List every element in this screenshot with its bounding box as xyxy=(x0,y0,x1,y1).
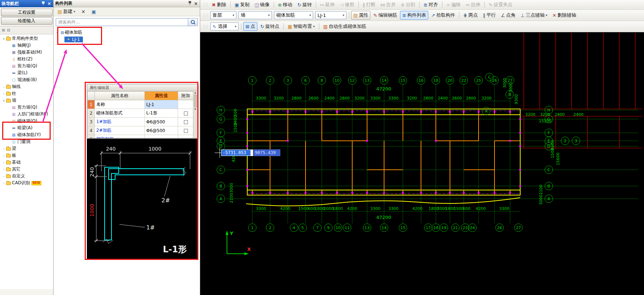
collapse-all-icon[interactable]: ⊟ xyxy=(7,28,10,33)
pin-icon[interactable] xyxy=(187,1,192,6)
component-list-button[interactable]: ≣构件列表 xyxy=(400,11,428,20)
tree-item-剪力墙(Q)[interactable]: ▤剪力墙(Q) xyxy=(0,63,53,69)
toolbar-drag-handle[interactable]: ⋮⋮ xyxy=(202,3,208,7)
tree-item-剪力墙(Q)[interactable]: ▤剪力墙(Q) xyxy=(0,104,53,111)
tree-item-人防门框墙(RF)[interactable]: ▥人防门框墙(RF) xyxy=(0,111,53,118)
set-grips-button[interactable]: ✎设置夹点 xyxy=(487,0,515,9)
drawing-canvas[interactable]: 1236810121314151618202225262712457910111… xyxy=(200,32,644,295)
tree-item-筏板基础(M)[interactable]: ▩筏板基础(M) xyxy=(0,49,53,56)
attach-header[interactable]: 附加 xyxy=(178,92,194,100)
smart-layout-button[interactable]: ▦智能布置▾ xyxy=(286,22,317,31)
drawing-input-button[interactable]: 绘图输入 xyxy=(1,17,52,25)
break-button[interactable]: ∦打断 xyxy=(361,0,378,9)
property-value[interactable]: L-1形 xyxy=(145,109,178,118)
tree-item-梁(L)[interactable]: ▬梁(L) xyxy=(0,69,53,76)
offset-button[interactable]: ≍偏移 xyxy=(444,0,463,9)
split-button[interactable]: ⋔分割 xyxy=(399,0,417,9)
tree-item-框柱(Z)[interactable]: ▯框柱(Z) xyxy=(0,56,53,63)
expand-toggle[interactable]: › xyxy=(1,161,6,164)
properties-button[interactable]: ▤属性 xyxy=(351,11,370,20)
scrollbar[interactable]: ▲▼ xyxy=(193,91,197,138)
scroll-thumb[interactable] xyxy=(194,95,197,107)
property-row-5[interactable]: 5其它加筋 xyxy=(88,135,194,139)
collapse-toggle[interactable]: ∨ xyxy=(1,99,6,102)
scroll-up-icon[interactable]: ▲ xyxy=(194,91,196,94)
component-group-row[interactable]: ∨ ▨ 砌体加筋 xyxy=(55,29,198,36)
point-angle-button[interactable]: ∠点角 xyxy=(498,11,518,20)
align-button[interactable]: ≣对齐 xyxy=(421,0,440,9)
extend-button[interactable]: ↦延伸 xyxy=(318,0,337,9)
component-item-row[interactable]: ✦ LJ-1 xyxy=(55,36,198,43)
component-item-selected[interactable]: ✦ LJ-1 xyxy=(64,37,83,42)
mirror-button[interactable]: ◫镜像 xyxy=(252,0,272,9)
trim-button[interactable]: ⊣修剪 xyxy=(337,0,356,9)
expand-toggle[interactable]: › xyxy=(1,181,6,185)
tree-item-砌体墙(Q)[interactable]: ▤砌体墙(Q) xyxy=(0,118,53,125)
rotate-point-button[interactable]: ↻旋转点 xyxy=(258,22,282,31)
expand-toggle[interactable]: › xyxy=(1,154,6,157)
property-name-header[interactable]: 属性名称 xyxy=(95,92,145,100)
expand-toggle[interactable]: › xyxy=(1,92,6,96)
attach-checkbox[interactable] xyxy=(184,129,188,133)
property-row-2[interactable]: 2砌体加筋形式L-1形 xyxy=(88,109,194,118)
property-row-3[interactable]: 31#加筋Φ6@500 xyxy=(88,118,194,126)
collapse-toggle[interactable]: ∨ xyxy=(1,37,6,41)
property-row-1[interactable]: 1名称LJ-1 xyxy=(88,100,194,109)
project-settings-button[interactable]: 工程设置 xyxy=(1,9,52,16)
tree-item-轴线[interactable]: ›轴线 xyxy=(0,83,53,90)
pick-component-button[interactable]: ↗拾取构件 xyxy=(429,11,457,20)
scroll-down-icon[interactable]: ▼ xyxy=(194,108,196,111)
three-point-aux-axis-button[interactable]: ⊥三点辅轴▾ xyxy=(518,11,550,20)
toolbar-drag-handle[interactable]: ⋮⋮ xyxy=(202,13,208,18)
tree-item-基础[interactable]: ›基础 xyxy=(0,159,53,166)
toolbar-drag-handle[interactable]: ⋮⋮ xyxy=(202,24,208,29)
pin-icon[interactable] xyxy=(41,1,46,7)
tree-item-自定义[interactable]: ›自定义 xyxy=(0,173,53,180)
tree-item-梁[interactable]: ›梁 xyxy=(0,145,53,152)
point-button[interactable]: ⊠点 xyxy=(243,22,257,31)
tree-item-墙[interactable]: ∨墙 xyxy=(0,97,53,104)
close-icon[interactable]: × xyxy=(193,1,198,6)
property-value-header[interactable]: 属性值 xyxy=(145,92,178,100)
element-type-combo[interactable]: 砌体加筋▾ xyxy=(274,11,313,19)
tree-item-轴网(J)[interactable]: ▦轴网(J) xyxy=(0,42,53,49)
property-value[interactable] xyxy=(145,135,178,139)
tree-item-现浇板(B)[interactable]: ▢现浇板(B) xyxy=(0,76,53,83)
close-icon[interactable]: × xyxy=(47,1,52,6)
floor-combo[interactable]: 首层▾ xyxy=(210,11,236,19)
move-button[interactable]: ⊕移动 xyxy=(276,0,295,9)
attach-checkbox[interactable] xyxy=(184,120,188,124)
rotate-button[interactable]: ↻旋转 xyxy=(295,0,314,9)
delete-aux-axis-button[interactable]: ✕删除辅轴 xyxy=(550,11,578,20)
attach-checkbox[interactable] xyxy=(184,111,188,115)
expand-all-icon[interactable]: ⊞ xyxy=(2,28,5,33)
tree-item-CAD识别[interactable]: ›CAD识别NEW xyxy=(0,180,53,186)
merge-button[interactable]: ⋈合并 xyxy=(378,0,398,9)
expand-toggle[interactable]: › xyxy=(1,168,6,171)
property-value[interactable]: Φ6@500 xyxy=(145,118,178,126)
edit-rebar-button[interactable]: ✎编辑钢筋 xyxy=(371,11,399,20)
search-button[interactable] xyxy=(188,18,198,26)
new-component-button[interactable]: ▤ 新建 ▾ xyxy=(56,8,77,16)
tree-item-砌体加筋(Y)[interactable]: ▨砌体加筋(Y) xyxy=(0,131,53,138)
select-combo[interactable]: ⇖选择▾ xyxy=(210,22,239,30)
search-input[interactable] xyxy=(56,18,188,26)
tree-item-暗梁(A)[interactable]: ▬暗梁(A) xyxy=(0,125,53,131)
tree-item-其它[interactable]: ›其它 xyxy=(0,166,53,173)
property-value[interactable]: LJ-1 xyxy=(145,100,178,109)
tree-item-柱[interactable]: ›柱 xyxy=(0,90,53,97)
property-value[interactable]: Φ6@500 xyxy=(145,126,178,135)
delete-button[interactable]: ✖删除 xyxy=(210,0,228,9)
expand-toggle[interactable]: › xyxy=(1,147,6,151)
collapse-toggle[interactable]: ∨ xyxy=(55,31,60,34)
tree-item-门窗洞[interactable]: ◫门窗洞 xyxy=(0,138,53,145)
property-row-4[interactable]: 42#加筋Φ6@500 xyxy=(88,126,194,135)
expand-toggle[interactable]: › xyxy=(1,174,6,178)
expand-toggle[interactable]: › xyxy=(1,85,6,89)
tree-item-常用构件类型[interactable]: ∨常用构件类型 xyxy=(0,35,53,42)
parallel-button[interactable]: ∥平行 xyxy=(481,11,498,20)
element-name-combo[interactable]: LJ-1▾ xyxy=(315,11,346,19)
auto-generate-masonry-rebar-button[interactable]: ▥自动生成砌体加筋 xyxy=(321,22,369,31)
two-point-button[interactable]: ⋕两点 xyxy=(461,11,480,20)
copy-button[interactable]: ▣复制 xyxy=(232,0,252,9)
